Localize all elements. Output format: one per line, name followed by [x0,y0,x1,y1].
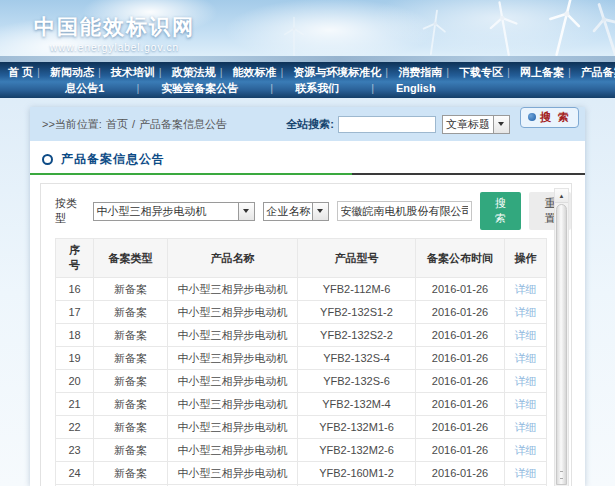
site-url: www.energylabel.gov.cn [34,42,195,53]
company-name-input[interactable] [337,201,472,221]
breadcrumb-prefix: >>当前位置: [42,117,102,132]
cell-seq: 21 [56,393,94,416]
dropdown-button[interactable] [493,116,509,133]
table-body: 16 新备案 中小型三相异步电动机 YFB2-112M-6 2016-01-26… [56,278,547,486]
filter-search-button[interactable]: 搜索 [480,192,522,230]
table-row: 21 新备案 中小型三相异步电动机 YFB2-132M-4 2016-01-26… [56,393,547,416]
cell-record-type: 新备案 [94,416,168,439]
column-header: 备案类型 [94,239,168,278]
nav-item[interactable]: 技术培训 [96,65,157,80]
cell-product-model: YFB2-132S-4 [298,347,416,370]
table-row: 16 新备案 中小型三相异步电动机 YFB2-112M-6 2016-01-26… [56,278,547,301]
nav-item[interactable]: 政策法规 [157,65,218,80]
cell-product-model: YFB2-132S1-2 [298,301,416,324]
cell-publish-date: 2016-01-26 [416,324,505,347]
nav-item[interactable]: 能效标准 [218,65,279,80]
cell-product-name: 中小型三相异步电动机 [168,301,298,324]
type-select[interactable]: 中小型三相异步电动机 [93,202,255,221]
cell-seq: 24 [56,462,94,485]
nav-item[interactable]: 首 页 [6,65,35,80]
site-search-button[interactable]: 搜 索 [520,107,579,128]
site-logo: 中国能效标识网 www.energylabel.gov.cn [34,13,195,53]
table-row: 19 新备案 中小型三相异步电动机 YFB2-132S-4 2016-01-26… [56,347,547,370]
panel-scrollbar[interactable]: ▲ [554,188,569,486]
cell-product-name: 中小型三相异步电动机 [168,462,298,485]
nav-item[interactable]: 网上备案 [505,65,566,80]
detail-link[interactable]: 详细 [515,283,537,295]
table-row: 20 新备案 中小型三相异步电动机 YFB2-132S-6 2016-01-26… [56,370,547,393]
wind-turbine-icon [580,0,615,62]
nav-item[interactable]: 资源与环境标准化 [279,65,384,80]
cell-publish-date: 2016-01-26 [416,347,505,370]
cell-publish-date: 2016-01-26 [416,301,505,324]
scroll-up-button[interactable]: ▲ [555,189,568,203]
breadcrumb-home-link[interactable]: 首页 [106,117,128,132]
circle-bullet-icon [42,154,53,165]
site-title: 中国能效标识网 [34,13,195,41]
main-nav: 首 页 新闻动态 技术培训 政策法规 能效标准 资源与环境标准化 消费指南 下载… [0,62,615,98]
nav-item[interactable]: 联系我们 [268,81,341,96]
cell-action: 详细 [505,393,547,416]
dropdown-button[interactable] [238,203,254,220]
detail-link[interactable]: 详细 [515,421,537,433]
table-row: 17 新备案 中小型三相异步电动机 YFB2-132S1-2 2016-01-2… [56,301,547,324]
page: 中国能效标识网 www.energylabel.gov.cn 首 页 新闻动态 … [0,0,615,486]
breadcrumb-separator: / [132,118,135,130]
search-field-select[interactable]: 企业名称 [263,202,329,221]
cell-product-name: 中小型三相异步电动机 [168,347,298,370]
cell-product-model: YFB2-160M1-2 [298,462,416,485]
nav-item[interactable]: 实验室备案公告 [134,81,240,96]
search-category-select[interactable]: 文章标题 [442,115,510,134]
cell-record-type: 新备案 [94,393,168,416]
dropdown-button[interactable] [312,203,328,220]
section-header: 产品备案信息公告 [30,151,585,167]
site-search: 全站搜索: 文章标题 搜 索 [286,114,579,135]
site-search-input[interactable] [338,116,436,133]
table-header: 序号 备案类型 产品名称 产品型号 备案公布时间 操作 [56,239,547,278]
search-dot-icon [528,113,536,121]
cell-action: 详细 [505,324,547,347]
cell-product-model: YFB2-132M2-6 [298,439,416,462]
type-select-value: 中小型三相异步电动机 [94,203,238,220]
detail-link[interactable]: 详细 [515,398,537,410]
nav-item[interactable]: 下载专区 [444,65,505,80]
detail-link[interactable]: 详细 [515,329,537,341]
column-header: 备案公布时间 [416,239,505,278]
chevron-down-icon [317,209,323,213]
nav-row-2: 息公告1 实验室备案公告 联系我们 English [0,80,558,96]
detail-link[interactable]: 详细 [515,467,537,479]
detail-link[interactable]: 详细 [515,306,537,318]
detail-link[interactable]: 详细 [515,352,537,364]
nav-item[interactable]: 消费指南 [383,65,444,80]
scrollbar-thumb[interactable] [556,204,567,485]
detail-link[interactable]: 详细 [515,375,537,387]
site-search-button-label: 搜 索 [540,110,571,125]
cell-product-model: YFB2-132M1-6 [298,416,416,439]
filter-type-label: 按类型 [55,196,85,226]
cell-seq: 22 [56,416,94,439]
cell-action: 详细 [505,278,547,301]
table-row: 24 新备案 中小型三相异步电动机 YFB2-160M1-2 2016-01-2… [56,462,547,485]
nav-item[interactable]: 新闻动态 [35,65,96,80]
wind-turbine-icon [417,5,452,58]
nav-item[interactable]: English [369,82,438,94]
cell-record-type: 新备案 [94,462,168,485]
section-underline [30,173,585,175]
cell-publish-date: 2016-01-26 [416,370,505,393]
cell-product-name: 中小型三相异步电动机 [168,278,298,301]
filter-bar: 按类型 中小型三相异步电动机 企业名称 搜索 [55,192,571,230]
nav-item[interactable]: 息公告1 [63,81,106,96]
site-banner: 中国能效标识网 www.energylabel.gov.cn [0,0,615,62]
detail-link[interactable]: 详细 [515,444,537,456]
cell-seq: 17 [56,301,94,324]
search-category-value: 文章标题 [443,116,493,133]
cell-product-model: YFB2-132S-6 [298,370,416,393]
table-row: 18 新备案 中小型三相异步电动机 YFB2-132S2-2 2016-01-2… [56,324,547,347]
cell-seq: 20 [56,370,94,393]
cell-publish-date: 2016-01-26 [416,393,505,416]
column-header: 产品名称 [168,239,298,278]
wind-turbine-icon [482,0,526,60]
scrollbar-grip-icon [560,471,563,479]
nav-item[interactable]: 产品备案信 [566,65,615,80]
cell-action: 详细 [505,370,547,393]
